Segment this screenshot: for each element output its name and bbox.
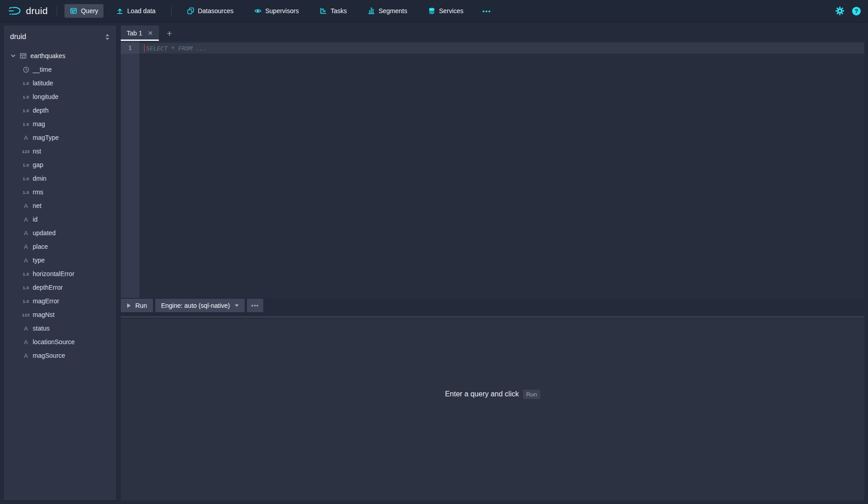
column-item[interactable]: A id [4, 212, 116, 226]
column-item[interactable]: A type [4, 253, 116, 267]
editor-active-line[interactable]: 1 SELECT * FROM ... [121, 43, 864, 54]
column-name: magNst [33, 311, 54, 318]
column-name: place [33, 243, 48, 250]
nav-item-supervisors[interactable]: Supervisors [249, 4, 304, 18]
column-item[interactable]: A net [4, 199, 116, 212]
string-type-icon: A [20, 339, 32, 346]
column-item[interactable]: 1.0 horizontalError [4, 267, 116, 281]
nav-item-label: Query [81, 7, 98, 15]
navbar-divider [57, 6, 57, 16]
query-more-button[interactable]: ••• [247, 299, 263, 312]
column-name: depth [33, 107, 49, 114]
column-name: gap [33, 161, 43, 168]
sort-icon[interactable] [104, 34, 110, 40]
add-tab-button[interactable]: + [167, 28, 172, 39]
text-caret [144, 44, 145, 52]
datasources-icon [187, 7, 194, 15]
engine-select-button[interactable]: Engine: auto (sql-native) [155, 299, 245, 312]
column-item[interactable]: 1.0 gap [4, 158, 116, 172]
panel-divider[interactable] [121, 316, 864, 317]
float-type-icon: 1.0 [20, 122, 32, 127]
column-item[interactable]: A magSource [4, 349, 116, 362]
result-panel: Enter a query and click Run [121, 318, 864, 500]
column-item[interactable]: 123 nst [4, 144, 116, 158]
query-icon [70, 7, 77, 15]
settings-gear-icon[interactable] [835, 6, 844, 15]
column-name: updated [33, 229, 56, 237]
column-tree: earthquakes __time 1.0 latitude 1.0 long… [4, 49, 116, 362]
float-type-icon: 1.0 [20, 108, 32, 113]
run-chip: Run [523, 390, 540, 399]
string-type-icon: A [20, 352, 32, 359]
column-item[interactable]: A locationSource [4, 335, 116, 349]
column-item[interactable]: 1.0 dmin [4, 172, 116, 185]
navbar-divider [171, 6, 172, 16]
column-item[interactable]: 1.0 longitude [4, 90, 116, 104]
string-type-icon: A [20, 257, 32, 264]
tab-1[interactable]: Tab 1 ✕ [121, 25, 159, 41]
column-item[interactable]: A magType [4, 131, 116, 144]
nav-item-datasources[interactable]: Datasources [182, 4, 239, 18]
play-icon [127, 303, 131, 308]
help-icon[interactable]: ? [852, 7, 861, 15]
nav-item-services[interactable]: Services [423, 4, 469, 18]
column-item[interactable]: 123 magNst [4, 308, 116, 321]
nav-item-label: Segments [379, 7, 407, 15]
column-name: depthError [33, 284, 63, 291]
query-editor[interactable]: 1 SELECT * FROM ... [121, 41, 864, 298]
column-name: id [33, 216, 38, 223]
column-item[interactable]: __time [4, 63, 116, 76]
editor-placeholder: SELECT * FROM ... [146, 45, 207, 52]
long-type-icon: 123 [20, 312, 32, 317]
column-name: magSource [33, 352, 65, 359]
column-item[interactable]: 1.0 mag [4, 117, 116, 131]
run-button-label: Run [135, 302, 147, 309]
column-item[interactable]: 1.0 rms [4, 185, 116, 199]
line-number: 1 [121, 43, 139, 54]
string-type-icon: A [20, 325, 32, 332]
editor-input[interactable]: SELECT * FROM ... [139, 43, 864, 54]
close-icon[interactable]: ✕ [148, 30, 153, 37]
column-item[interactable]: 1.0 depthError [4, 281, 116, 294]
column-item[interactable]: 1.0 depth [4, 104, 116, 117]
column-item[interactable]: A place [4, 240, 116, 253]
column-name: locationSource [33, 338, 75, 346]
services-icon [428, 7, 435, 15]
table-item-earthquakes[interactable]: earthquakes [4, 49, 116, 63]
load-data-icon [116, 7, 123, 15]
column-item[interactable]: A updated [4, 226, 116, 240]
schema-title: druid [10, 33, 26, 41]
nav-item-tasks[interactable]: Tasks [314, 4, 352, 18]
column-name: type [33, 257, 44, 264]
string-type-icon: A [20, 203, 32, 209]
empty-state-message: Enter a query and click Run [445, 389, 540, 399]
nav-more-button[interactable]: ••• [479, 5, 495, 17]
supervisors-icon [254, 7, 261, 15]
column-name: nst [33, 148, 41, 155]
column-name: net [33, 202, 41, 209]
nav-item-label: Tasks [330, 7, 347, 15]
column-name: __time [33, 66, 52, 73]
column-name: magType [33, 134, 59, 141]
nav-item-load-data[interactable]: Load data [111, 4, 161, 18]
float-type-icon: 1.0 [20, 94, 32, 99]
column-name: mag [33, 120, 45, 128]
segments-icon [368, 7, 375, 15]
column-name: dmin [33, 175, 46, 182]
float-type-icon: 1.0 [20, 272, 32, 277]
nav-item-query[interactable]: Query [64, 4, 104, 18]
table-icon [20, 52, 27, 59]
run-button[interactable]: Run [121, 299, 153, 312]
column-item[interactable]: 1.0 magError [4, 294, 116, 308]
schema-selector[interactable]: druid [4, 25, 116, 44]
nav-item-segments[interactable]: Segments [362, 4, 413, 18]
string-type-icon: A [20, 216, 32, 223]
column-name: rms [33, 188, 43, 196]
column-item[interactable]: 1.0 latitude [4, 76, 116, 90]
chevron-down-icon[interactable] [10, 52, 17, 59]
empty-state-text: Enter a query and click [445, 390, 519, 398]
column-name: status [33, 325, 49, 332]
column-item[interactable]: A status [4, 321, 116, 335]
top-navbar: druid Query Load data [0, 0, 868, 22]
druid-logo[interactable]: druid [6, 5, 49, 16]
